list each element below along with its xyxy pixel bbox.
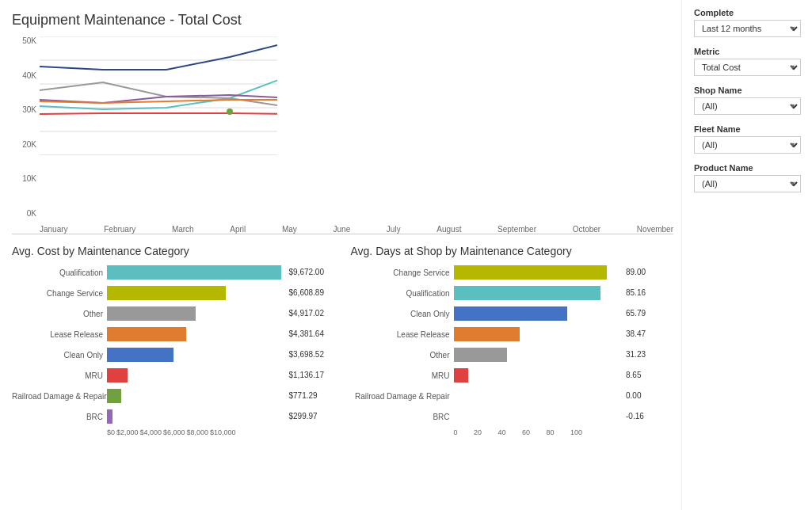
- complete-control: Complete Last 12 months: [694, 8, 800, 37]
- complete-select-wrapper[interactable]: Last 12 months: [694, 20, 801, 37]
- bar: [454, 348, 508, 362]
- bar-label: Qualification: [12, 268, 107, 277]
- bar-label: Qualification: [351, 289, 454, 298]
- bar-value: -0.16: [626, 409, 669, 424]
- product-label: Product Name: [694, 163, 800, 173]
- main-container: Equipment Maintenance - Total Cost 50K 4…: [0, 0, 812, 510]
- bar-area: -0.16: [454, 409, 627, 424]
- shop-label: Shop Name: [694, 86, 800, 95]
- bar-row: Other 31.23: [351, 346, 627, 363]
- bar-value: 89.00: [626, 265, 669, 280]
- avg-cost-chart: Avg. Cost by Maintenance Category Qualif…: [12, 245, 343, 502]
- avg-days-x-axis: 0 20 40 60 80 100: [454, 428, 627, 436]
- metric-label: Metric: [694, 47, 800, 56]
- fleet-control: Fleet Name (All): [694, 124, 800, 154]
- shop-select[interactable]: (All): [694, 97, 801, 115]
- bar-value: 31.23: [626, 348, 669, 362]
- bar-value: 0.00: [626, 389, 669, 403]
- bar-row: MRU $1,136.17: [12, 367, 288, 384]
- bar-row: Lease Release $4,381.64: [12, 325, 288, 343]
- bar: [454, 265, 608, 280]
- product-select-wrapper[interactable]: (All): [694, 175, 801, 192]
- bar-area: 85.16: [454, 286, 627, 300]
- bar-row: BRC -0.16: [351, 408, 627, 425]
- avg-days-chart: Avg. Days at Shop by Maintenance Categor…: [351, 245, 674, 502]
- bar-label: Other: [351, 351, 454, 360]
- bottom-charts: Avg. Cost by Maintenance Category Qualif…: [12, 245, 673, 502]
- bar-row: Clean Only $3,698.52: [12, 346, 288, 363]
- svg-point-6: [227, 108, 233, 115]
- avg-cost-bars: Qualification $9,672.00 Change Service $…: [12, 264, 288, 436]
- line-chart-area: 50K 40K 30K 20K 10K 0K: [12, 36, 673, 234]
- bar-label: Railroad Damage & Repair: [351, 392, 454, 401]
- line-chart-svg: [40, 36, 277, 155]
- bar-area: $3,698.52: [107, 348, 288, 362]
- page-title: Equipment Maintenance - Total Cost: [12, 12, 673, 29]
- bar: [107, 286, 226, 300]
- bar-value: $3,698.52: [289, 348, 335, 362]
- avg-days-title: Avg. Days at Shop by Maintenance Categor…: [351, 245, 627, 257]
- bar-label: Lease Release: [351, 330, 454, 339]
- bar-label: Change Service: [351, 268, 454, 277]
- avg-days-bars: Change Service 89.00 Qualification 85.16…: [351, 264, 627, 436]
- bar-area: $4,381.64: [107, 327, 288, 341]
- bar: [107, 348, 173, 362]
- bar-area: 0.00: [454, 389, 627, 403]
- bar: [454, 306, 567, 321]
- bar-value: $6,608.89: [289, 286, 335, 300]
- shop-control: Shop Name (All): [694, 86, 800, 115]
- bar-row: Change Service $6,608.89: [12, 284, 288, 302]
- bar-label: Other: [12, 310, 107, 318]
- bar-row: BRC $299.97: [12, 408, 288, 425]
- bar-row: Qualification $9,672.00: [12, 264, 288, 281]
- metric-select-wrapper[interactable]: Total Cost: [694, 59, 801, 76]
- bar-label: MRU: [12, 371, 107, 380]
- bar: [454, 286, 600, 300]
- bar-row: Railroad Damage & Repair 0.00: [351, 387, 627, 405]
- bar-value: 8.65: [626, 368, 669, 382]
- bar-label: BRC: [351, 413, 454, 421]
- fleet-select-wrapper[interactable]: (All): [694, 136, 801, 154]
- shop-select-wrapper[interactable]: (All): [694, 97, 801, 115]
- bar-value: 65.79: [626, 306, 669, 321]
- bar-value: $4,381.64: [289, 327, 335, 341]
- product-control: Product Name (All): [694, 163, 800, 192]
- bar-area: 38.47: [454, 327, 627, 341]
- bar-area: $4,917.02: [107, 306, 288, 321]
- fleet-select[interactable]: (All): [694, 136, 801, 154]
- bar-area: 8.65: [454, 368, 627, 382]
- bar: [107, 306, 196, 321]
- avg-cost-title: Avg. Cost by Maintenance Category: [12, 245, 288, 257]
- bar-area: 89.00: [454, 265, 627, 280]
- product-select[interactable]: (All): [694, 175, 801, 192]
- bar-label: BRC: [12, 413, 107, 421]
- bar: [107, 409, 112, 424]
- bar-area: 31.23: [454, 348, 627, 362]
- avg-cost-x-axis: $0 $2,000 $4,000 $6,000 $8,000 $10,000: [107, 428, 288, 436]
- metric-select[interactable]: Total Cost: [694, 59, 801, 76]
- bar-label: MRU: [351, 371, 454, 380]
- bar: [107, 265, 281, 280]
- bar-label: Railroad Damage & Repair: [12, 392, 107, 401]
- bar-area: 65.79: [454, 306, 627, 321]
- right-panel: Complete Last 12 months Metric Total Cos…: [681, 0, 812, 510]
- bar: [107, 327, 186, 341]
- bar-row: MRU 8.65: [351, 367, 627, 384]
- bar-row: Other $4,917.02: [12, 305, 288, 322]
- bar-area: $1,136.17: [107, 368, 288, 382]
- bar-value: $299.97: [289, 409, 335, 424]
- bar-value: $771.29: [289, 389, 335, 403]
- bar-value: $4,917.02: [289, 306, 335, 321]
- bar-row: Qualification 85.16: [351, 284, 627, 302]
- bar-value: 38.47: [626, 327, 669, 341]
- bar-area: $299.97: [107, 409, 288, 424]
- complete-label: Complete: [694, 8, 800, 17]
- complete-select[interactable]: Last 12 months: [694, 20, 801, 37]
- bar-area: $9,672.00: [107, 265, 288, 280]
- bar: [454, 327, 520, 341]
- bar-label: Clean Only: [12, 351, 107, 360]
- bar: [454, 368, 469, 382]
- bar-value: $9,672.00: [289, 265, 335, 280]
- bar-value: $1,136.17: [289, 368, 335, 382]
- left-panel: Equipment Maintenance - Total Cost 50K 4…: [0, 0, 681, 510]
